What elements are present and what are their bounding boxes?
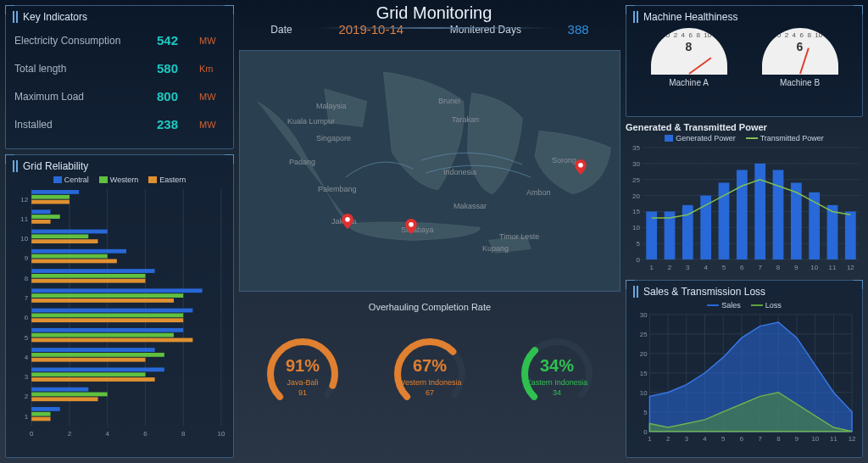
svg-point-62	[578, 163, 583, 168]
svg-text:6: 6	[740, 264, 744, 271]
svg-rect-29	[31, 328, 183, 332]
panel-title: Sales & Transmission Loss	[633, 286, 855, 298]
power-chart-panel: Generated & Transmitted Power Generated …	[626, 122, 863, 275]
indicator-value: 800	[157, 89, 199, 103]
svg-rect-35	[31, 318, 183, 322]
svg-text:10: 10	[810, 264, 818, 271]
svg-text:4: 4	[25, 354, 29, 361]
svg-text:10: 10	[811, 435, 819, 443]
map-label: Padang	[289, 158, 315, 166]
sales-loss-panel: Sales & Transmission Loss Sales Loss 051…	[626, 280, 863, 458]
map-label: Timor Leste	[499, 232, 539, 241]
svg-rect-59	[31, 200, 70, 204]
svg-point-60	[345, 217, 350, 222]
svg-rect-106	[646, 211, 657, 259]
svg-text:5: 5	[721, 435, 725, 443]
indicator-row: Total length 580 Km	[13, 54, 226, 82]
map-label: Brunei	[438, 97, 460, 105]
map-label: Malaysia	[316, 102, 347, 110]
overhaul-gauge: 91% Java-Bali 91	[256, 324, 349, 416]
legend-label: Generated Power	[676, 134, 736, 142]
svg-text:34%: 34%	[540, 356, 574, 375]
overhaul-gauge: 67% Western Indonesia 67	[383, 324, 476, 416]
svg-rect-21	[31, 367, 164, 371]
svg-text:10: 10	[632, 224, 640, 232]
title-decoration	[315, 27, 553, 29]
svg-text:10: 10	[217, 430, 225, 438]
machine-name: Machine A	[651, 78, 727, 87]
svg-text:0: 0	[643, 428, 647, 436]
legend-label: Eastern	[159, 176, 186, 184]
svg-rect-22	[31, 372, 145, 377]
days-value: 388	[568, 22, 589, 36]
indicator-label: Maximum Load	[14, 91, 157, 103]
svg-rect-19	[31, 397, 97, 401]
days-label: Monitered Days	[450, 24, 521, 36]
svg-text:5: 5	[25, 334, 29, 342]
reliability-legend: Central Western Eastern	[13, 176, 226, 184]
svg-text:8: 8	[776, 264, 781, 271]
title-bars-icon	[13, 160, 18, 172]
svg-text:6: 6	[25, 314, 29, 321]
svg-text:6: 6	[143, 430, 147, 438]
svg-rect-58	[31, 195, 70, 199]
svg-point-61	[409, 222, 414, 227]
gauge-value: 8	[651, 40, 727, 53]
svg-text:20: 20	[640, 350, 648, 358]
sales-legend: Sales Loss	[633, 301, 855, 310]
svg-text:34: 34	[553, 388, 561, 397]
svg-rect-25	[31, 348, 154, 352]
svg-text:11: 11	[20, 215, 28, 223]
map-marker-icon[interactable]	[405, 219, 417, 234]
date-value: 2019-10-14	[338, 22, 403, 36]
overhaul-title: Overhauling Completion Rate	[239, 302, 620, 312]
svg-text:2: 2	[68, 430, 72, 438]
svg-text:4: 4	[105, 430, 109, 438]
svg-text:1: 1	[25, 413, 29, 421]
svg-rect-112	[754, 164, 765, 259]
svg-rect-43	[31, 279, 145, 283]
overhaul-panel: Overhauling Completion Rate 91% Java-Bal…	[239, 297, 620, 417]
svg-rect-18	[31, 393, 108, 397]
machine-gauge: 0 2 4 6 8 10 6 Machine B	[762, 28, 838, 87]
svg-rect-33	[31, 309, 192, 313]
svg-rect-50	[31, 234, 88, 238]
svg-rect-17	[31, 388, 88, 392]
svg-text:15: 15	[632, 208, 640, 215]
svg-rect-27	[31, 358, 145, 362]
svg-text:91: 91	[298, 388, 307, 397]
title-bars-icon	[633, 11, 638, 23]
map-panel[interactable]: MalaysiaBruneiKuala LumpurSingaporePadan…	[239, 50, 620, 292]
svg-text:Java-Bali: Java-Bali	[287, 378, 318, 387]
map-label: Kuala Lumpur	[287, 117, 335, 126]
svg-rect-117	[845, 211, 856, 259]
svg-rect-39	[31, 298, 174, 303]
map-marker-icon[interactable]	[575, 159, 587, 175]
indicator-row: Installed 238 MW	[13, 110, 226, 138]
svg-text:4: 4	[704, 264, 708, 271]
svg-text:2: 2	[666, 435, 670, 443]
svg-rect-13	[31, 407, 60, 411]
date-label: Date	[270, 24, 292, 36]
svg-rect-30	[31, 333, 174, 337]
svg-rect-47	[31, 259, 117, 263]
overhaul-gauge: 34% Eastern Indonesia 34	[510, 324, 604, 416]
svg-rect-26	[31, 353, 164, 357]
indicator-unit: Km	[199, 64, 225, 74]
map-label: Makassar	[453, 202, 487, 210]
map-label: Palembang	[318, 185, 357, 193]
svg-text:0: 0	[637, 256, 641, 264]
svg-text:25: 25	[632, 176, 640, 184]
svg-rect-23	[31, 377, 154, 382]
svg-rect-34	[31, 313, 183, 317]
map-marker-icon[interactable]	[342, 214, 353, 229]
svg-text:8: 8	[776, 435, 780, 443]
svg-text:10: 10	[20, 235, 28, 243]
svg-text:11: 11	[829, 264, 837, 271]
map-label: Kupang	[482, 244, 509, 253]
svg-text:7: 7	[758, 435, 761, 443]
svg-text:3: 3	[25, 373, 29, 381]
machine-title: Machine Healthiness	[643, 11, 737, 23]
svg-text:20: 20	[632, 192, 640, 200]
svg-rect-110	[719, 182, 730, 259]
